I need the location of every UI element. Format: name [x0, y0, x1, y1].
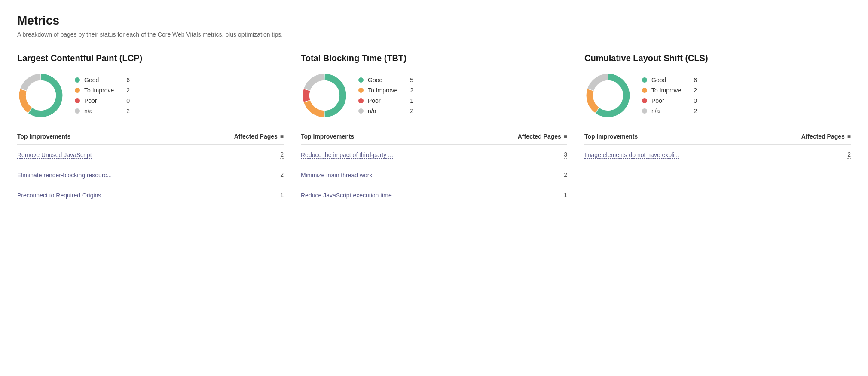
filter-icon-tbt[interactable]: ≡ — [564, 133, 567, 140]
legend-dot-tbt-2 — [358, 98, 364, 103]
table-row-cls-0: Image elements do not have expli...2 — [584, 145, 851, 165]
legend-label-lcp-2: Poor — [84, 97, 119, 104]
page-subtitle: A breakdown of pages by their status for… — [17, 31, 851, 38]
table-row-lcp-2: Preconnect to Required Origins1 — [17, 185, 284, 205]
improvements-table-lcp: Top ImprovementsAffected Pages≡Remove Un… — [17, 133, 284, 205]
legend-dot-lcp-1 — [75, 88, 80, 93]
chart-legend-lcp: Good6To Improve2Poor0n/a2 — [17, 72, 284, 119]
legend-label-lcp-1: To Improve — [84, 87, 119, 94]
legend-cls: Good6To Improve2Poor0n/a2 — [642, 77, 697, 114]
legend-count-cls-0: 6 — [690, 77, 697, 83]
table-header-left-tbt: Top Improvements — [301, 133, 354, 140]
metric-title-tbt: Total Blocking Time (TBT) — [301, 53, 567, 63]
metric-card-tbt: Total Blocking Time (TBT)Good5To Improve… — [301, 53, 567, 205]
row-count-lcp-0: 2 — [280, 151, 284, 159]
row-label-tbt-1[interactable]: Minimize main thread work — [301, 172, 373, 179]
row-count-tbt-0: 3 — [564, 151, 567, 159]
legend-dot-cls-1 — [642, 88, 647, 93]
row-label-tbt-2[interactable]: Reduce JavaScript execution time — [301, 192, 392, 199]
metric-title-cls: Cumulative Layout Shift (CLS) — [584, 53, 851, 63]
legend-count-tbt-1: 2 — [406, 87, 413, 94]
chart-legend-tbt: Good5To Improve2Poor1n/a2 — [301, 72, 567, 119]
legend-count-tbt-3: 2 — [406, 108, 413, 114]
legend-count-lcp-2: 0 — [123, 97, 130, 104]
table-header-cls: Top ImprovementsAffected Pages≡ — [584, 133, 851, 145]
table-header-right-text-cls: Affected Pages — [801, 133, 845, 140]
legend-label-lcp-0: Good — [84, 77, 119, 83]
legend-count-lcp-0: 6 — [123, 77, 130, 83]
row-count-tbt-1: 2 — [564, 171, 567, 179]
legend-label-cls-1: To Improve — [651, 87, 686, 94]
table-row-lcp-1: Eliminate render-blocking resourc...2 — [17, 165, 284, 185]
table-header-right-text-lcp: Affected Pages — [234, 133, 278, 140]
metric-card-lcp: Largest Contentful Paint (LCP)Good6To Im… — [17, 53, 284, 205]
row-label-cls-0[interactable]: Image elements do not have expli... — [584, 151, 679, 159]
table-row-tbt-2: Reduce JavaScript execution time1 — [301, 185, 567, 205]
row-label-lcp-2[interactable]: Preconnect to Required Origins — [17, 192, 101, 199]
page-title: Metrics — [17, 14, 851, 28]
table-header-lcp: Top ImprovementsAffected Pages≡ — [17, 133, 284, 145]
table-row-lcp-0: Remove Unused JavaScript2 — [17, 145, 284, 165]
legend-label-tbt-2: Poor — [368, 97, 402, 104]
table-header-right-tbt: Affected Pages≡ — [518, 133, 567, 140]
legend-item-lcp-3: n/a2 — [75, 108, 130, 114]
legend-label-tbt-1: To Improve — [368, 87, 402, 94]
legend-count-cls-3: 2 — [690, 108, 697, 114]
table-header-left-cls: Top Improvements — [584, 133, 638, 140]
metrics-grid: Largest Contentful Paint (LCP)Good6To Im… — [17, 53, 851, 205]
legend-item-cls-1: To Improve2 — [642, 87, 697, 94]
table-row-tbt-0: Reduce the impact of third-party ...3 — [301, 145, 567, 165]
improvements-table-tbt: Top ImprovementsAffected Pages≡Reduce th… — [301, 133, 567, 205]
table-header-right-text-tbt: Affected Pages — [518, 133, 561, 140]
legend-count-cls-2: 0 — [690, 97, 697, 104]
row-label-lcp-0[interactable]: Remove Unused JavaScript — [17, 151, 92, 159]
legend-dot-cls-0 — [642, 77, 647, 83]
table-header-tbt: Top ImprovementsAffected Pages≡ — [301, 133, 567, 145]
legend-dot-cls-3 — [642, 108, 647, 114]
legend-item-lcp-1: To Improve2 — [75, 87, 130, 94]
row-count-cls-0: 2 — [847, 151, 851, 159]
filter-icon-lcp[interactable]: ≡ — [280, 133, 284, 140]
legend-count-lcp-1: 2 — [123, 87, 130, 94]
row-count-lcp-2: 1 — [280, 191, 284, 199]
legend-label-cls-2: Poor — [651, 97, 686, 104]
legend-label-tbt-3: n/a — [368, 108, 402, 114]
chart-legend-cls: Good6To Improve2Poor0n/a2 — [584, 72, 851, 119]
legend-count-tbt-2: 1 — [406, 97, 413, 104]
row-label-lcp-1[interactable]: Eliminate render-blocking resourc... — [17, 172, 112, 179]
legend-count-lcp-3: 2 — [123, 108, 130, 114]
legend-count-cls-1: 2 — [690, 87, 697, 94]
row-count-lcp-1: 2 — [280, 171, 284, 179]
legend-item-tbt-3: n/a2 — [358, 108, 413, 114]
legend-dot-tbt-0 — [358, 77, 364, 83]
legend-dot-lcp-3 — [75, 108, 80, 114]
legend-count-tbt-0: 5 — [406, 77, 413, 83]
legend-label-cls-0: Good — [651, 77, 686, 83]
legend-dot-lcp-0 — [75, 77, 80, 83]
metric-card-cls: Cumulative Layout Shift (CLS)Good6To Imp… — [584, 53, 851, 205]
donut-chart-cls — [584, 72, 632, 119]
legend-item-tbt-2: Poor1 — [358, 97, 413, 104]
donut-chart-lcp — [17, 72, 64, 119]
filter-icon-cls[interactable]: ≡ — [847, 133, 851, 140]
legend-tbt: Good5To Improve2Poor1n/a2 — [358, 77, 413, 114]
legend-item-lcp-2: Poor0 — [75, 97, 130, 104]
legend-item-cls-0: Good6 — [642, 77, 697, 83]
legend-dot-tbt-3 — [358, 108, 364, 114]
legend-label-cls-3: n/a — [651, 108, 686, 114]
table-header-right-cls: Affected Pages≡ — [801, 133, 851, 140]
donut-chart-tbt — [301, 72, 348, 119]
row-count-tbt-2: 1 — [564, 191, 567, 199]
legend-item-lcp-0: Good6 — [75, 77, 130, 83]
improvements-table-cls: Top ImprovementsAffected Pages≡Image ele… — [584, 133, 851, 165]
legend-label-lcp-3: n/a — [84, 108, 119, 114]
legend-item-cls-2: Poor0 — [642, 97, 697, 104]
legend-dot-lcp-2 — [75, 98, 80, 103]
table-header-left-lcp: Top Improvements — [17, 133, 70, 140]
table-header-right-lcp: Affected Pages≡ — [234, 133, 284, 140]
row-label-tbt-0[interactable]: Reduce the impact of third-party ... — [301, 151, 393, 159]
table-row-tbt-1: Minimize main thread work2 — [301, 165, 567, 185]
legend-item-cls-3: n/a2 — [642, 108, 697, 114]
legend-item-tbt-1: To Improve2 — [358, 87, 413, 94]
legend-dot-tbt-1 — [358, 88, 364, 93]
